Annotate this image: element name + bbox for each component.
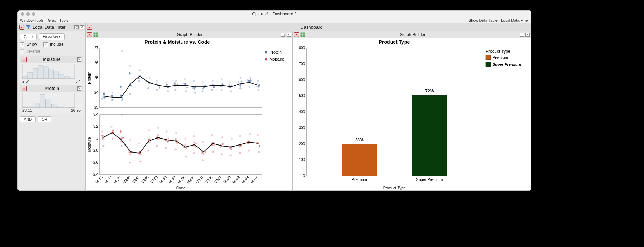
svg-text:800: 800 bbox=[299, 46, 305, 50]
svg-point-293 bbox=[258, 151, 260, 153]
svg-text:0: 0 bbox=[303, 174, 305, 178]
svg-point-81 bbox=[156, 89, 158, 91]
svg-point-291 bbox=[247, 140, 249, 142]
window-controls[interactable] bbox=[21, 12, 35, 16]
panel-max-icon[interactable]: ▢ bbox=[281, 33, 285, 37]
panel-close-icon[interactable]: ✕ bbox=[80, 25, 84, 29]
menu-window-tools[interactable]: Window Tools bbox=[20, 18, 44, 22]
filter-max: 26.95 bbox=[71, 108, 81, 112]
filter-max: 3.4 bbox=[76, 79, 81, 83]
svg-text:2.4: 2.4 bbox=[93, 172, 98, 176]
svg-point-74 bbox=[147, 87, 149, 90]
svg-point-94 bbox=[166, 84, 168, 85]
svg-point-292 bbox=[248, 143, 249, 144]
svg-text:M298: M298 bbox=[186, 175, 195, 184]
svg-point-179 bbox=[103, 137, 105, 139]
svg-point-50 bbox=[110, 95, 112, 97]
protein-moisture-chart[interactable]: Protein & Moisture vs. Code Protein Mois… bbox=[86, 38, 292, 190]
disclosure-icon[interactable]: ▾ bbox=[19, 25, 24, 30]
svg-text:M307: M307 bbox=[213, 175, 222, 184]
panel-close-icon[interactable]: ✕ bbox=[287, 33, 291, 37]
svg-text:Premium: Premium bbox=[493, 55, 508, 59]
disclosure-icon[interactable]: ▾ bbox=[294, 32, 299, 37]
disclosure-icon[interactable]: ▾ bbox=[22, 86, 27, 91]
or-button[interactable]: OR bbox=[38, 116, 51, 122]
svg-text:Protein: Protein bbox=[87, 72, 91, 84]
svg-point-59 bbox=[129, 93, 131, 96]
disclosure-icon[interactable]: ▾ bbox=[87, 32, 92, 37]
and-button[interactable]: AND bbox=[20, 116, 36, 122]
svg-rect-322 bbox=[303, 35, 305, 37]
svg-text:3.4: 3.4 bbox=[93, 113, 98, 117]
svg-rect-3 bbox=[38, 65, 43, 79]
clear-button[interactable]: Clear bbox=[20, 34, 37, 40]
svg-point-204 bbox=[138, 142, 141, 144]
svg-point-104 bbox=[184, 78, 186, 80]
svg-point-102 bbox=[185, 90, 187, 92]
funnel-icon bbox=[26, 24, 31, 30]
svg-text:Code: Code bbox=[176, 186, 185, 190]
svg-text:3.2: 3.2 bbox=[93, 125, 98, 128]
svg-point-267 bbox=[221, 136, 223, 139]
svg-point-209 bbox=[148, 150, 150, 152]
svg-text:500: 500 bbox=[299, 94, 305, 98]
disclosure-icon[interactable]: ▾ bbox=[87, 25, 92, 30]
panel-max-icon[interactable]: ▢ bbox=[74, 25, 79, 29]
svg-point-251 bbox=[202, 159, 204, 161]
svg-point-132 bbox=[221, 78, 223, 80]
svg-rect-337 bbox=[412, 95, 447, 176]
menu-show-data-table[interactable]: Show Data Table bbox=[468, 18, 498, 22]
inverse-checkbox[interactable] bbox=[20, 49, 24, 54]
svg-point-237 bbox=[185, 156, 187, 158]
close-dot[interactable] bbox=[21, 12, 24, 16]
svg-point-265 bbox=[221, 153, 223, 155]
svg-point-106 bbox=[185, 83, 186, 85]
svg-text:Super Premium: Super Premium bbox=[493, 62, 521, 66]
disclosure-icon[interactable]: ▾ bbox=[22, 57, 27, 62]
svg-point-76 bbox=[149, 77, 151, 79]
svg-rect-14 bbox=[40, 94, 45, 108]
svg-point-195 bbox=[129, 162, 131, 164]
svg-point-69 bbox=[138, 69, 141, 71]
minimize-dot[interactable] bbox=[26, 12, 30, 16]
svg-point-299 bbox=[259, 145, 260, 147]
filter-histogram[interactable] bbox=[20, 92, 83, 108]
favorites-button[interactable]: Favorites▾ bbox=[39, 33, 64, 40]
svg-point-244 bbox=[193, 152, 195, 154]
svg-point-108 bbox=[186, 87, 188, 89]
panel-max-icon[interactable]: ▢ bbox=[520, 33, 524, 37]
menu-graph-tools[interactable]: Graph Tools bbox=[48, 18, 69, 22]
filter-panel-title: Local Data Filter bbox=[33, 24, 66, 30]
svg-rect-1 bbox=[28, 72, 33, 79]
card-close-icon[interactable]: ✕ bbox=[77, 57, 81, 62]
svg-point-260 bbox=[211, 134, 213, 136]
show-checkbox[interactable] bbox=[20, 42, 24, 47]
panel-close-icon[interactable]: ✕ bbox=[525, 33, 530, 37]
svg-point-150 bbox=[238, 81, 239, 83]
svg-point-192 bbox=[120, 141, 122, 142]
svg-rect-15 bbox=[46, 99, 51, 108]
svg-point-61 bbox=[129, 72, 131, 75]
svg-text:100: 100 bbox=[299, 158, 305, 162]
svg-point-229 bbox=[167, 141, 169, 143]
include-checkbox[interactable] bbox=[43, 42, 48, 47]
svg-point-216 bbox=[156, 145, 158, 147]
svg-point-295 bbox=[257, 134, 259, 136]
svg-point-254 bbox=[203, 153, 205, 155]
svg-rect-320 bbox=[303, 33, 305, 34]
svg-point-130 bbox=[221, 89, 223, 91]
svg-text:M277: M277 bbox=[113, 175, 122, 184]
local-data-filter-panel: ▾ Local Data Filter ▢ ✕ Clear Favorites▾ bbox=[18, 23, 86, 190]
zoom-dot[interactable] bbox=[32, 12, 35, 16]
card-close-icon[interactable]: ✕ bbox=[77, 86, 81, 91]
menu-local-data-filter[interactable]: Local Data Filter bbox=[501, 18, 529, 22]
svg-rect-17 bbox=[57, 106, 63, 108]
svg-point-180 bbox=[112, 138, 114, 140]
product-type-chart[interactable]: Product Type010020030040050060070080028%… bbox=[293, 38, 531, 190]
dashboard-panel: ▾ Dashboard ▾ Graph Builder ▢ ✕ bbox=[86, 23, 531, 190]
svg-point-151 bbox=[249, 86, 251, 88]
filter-histogram[interactable] bbox=[20, 63, 83, 79]
svg-point-121 bbox=[202, 88, 204, 90]
svg-text:2.6: 2.6 bbox=[93, 161, 98, 164]
svg-point-107 bbox=[183, 83, 185, 84]
